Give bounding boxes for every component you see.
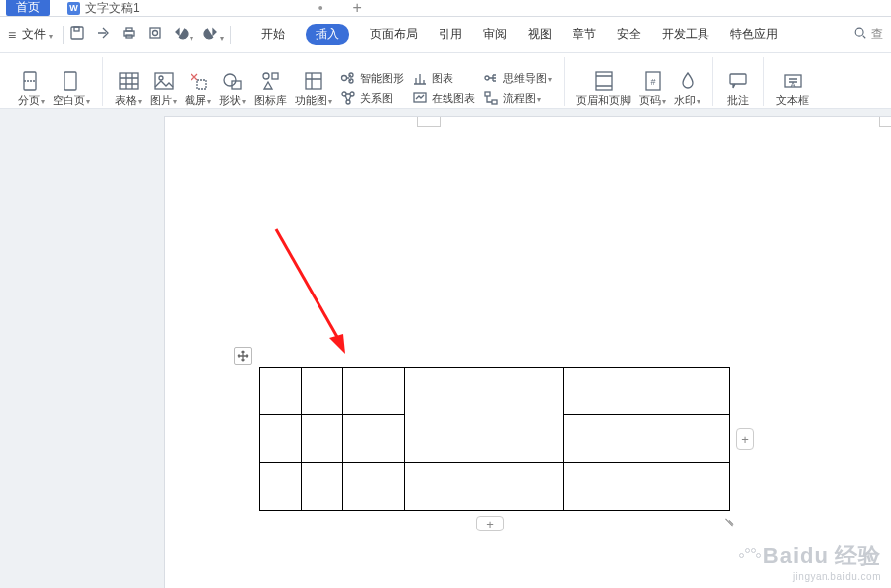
blank-page-label: 空白页 bbox=[53, 95, 90, 106]
save-icon[interactable] bbox=[69, 25, 85, 44]
word-doc-icon: W bbox=[67, 2, 80, 15]
ruler-marker-top[interactable] bbox=[417, 117, 441, 127]
flow-chart-label: 流程图 bbox=[503, 91, 541, 106]
new-tab-button[interactable]: + bbox=[353, 0, 362, 17]
svg-rect-5 bbox=[150, 28, 160, 38]
svg-point-12 bbox=[159, 76, 163, 80]
paw-icon bbox=[739, 548, 759, 564]
relation-chart-button[interactable]: 关系图 bbox=[340, 90, 404, 106]
watermark-button[interactable]: 水印 bbox=[670, 70, 704, 106]
undo-icon[interactable] bbox=[173, 25, 193, 44]
svg-rect-9 bbox=[64, 72, 76, 90]
svg-rect-18 bbox=[306, 73, 321, 89]
print-preview-icon[interactable] bbox=[147, 25, 163, 44]
table-add-column-button[interactable]: + bbox=[736, 428, 754, 450]
ruler-marker-right[interactable] bbox=[879, 117, 891, 127]
tab-document[interactable]: W 文字文稿1 bbox=[67, 0, 140, 17]
text-box-button[interactable]: A 文本框 bbox=[772, 70, 813, 106]
tab-review[interactable]: 审阅 bbox=[483, 26, 507, 43]
tab-reference[interactable]: 引用 bbox=[439, 26, 462, 43]
watermark-label: 水印 bbox=[674, 95, 700, 106]
online-chart-button[interactable]: 在线图表 bbox=[412, 90, 475, 106]
inserted-table[interactable] bbox=[259, 367, 730, 511]
svg-point-16 bbox=[263, 73, 269, 79]
tab-start[interactable]: 开始 bbox=[261, 26, 285, 43]
search-box[interactable]: 查 bbox=[853, 26, 883, 43]
svg-rect-17 bbox=[272, 73, 278, 79]
mind-map-icon bbox=[483, 70, 499, 86]
separator bbox=[230, 26, 231, 44]
quick-access-toolbar bbox=[69, 25, 224, 44]
page-break-button[interactable]: 分页 bbox=[14, 70, 49, 106]
shapes-button[interactable]: 形状 bbox=[215, 70, 250, 106]
table-row[interactable] bbox=[260, 368, 730, 415]
chevron-down-icon bbox=[48, 28, 53, 42]
table-resize-handle[interactable] bbox=[724, 514, 736, 526]
tab-view[interactable]: 视图 bbox=[528, 26, 552, 43]
picture-button[interactable]: 图片 bbox=[146, 70, 181, 106]
ribbon-insert: 分页 空白页 表格 图片 截屏 形状 图标库 功能图 bbox=[0, 52, 891, 109]
tab-page-layout[interactable]: 页面布局 bbox=[370, 26, 418, 43]
icon-library-label: 图标库 bbox=[254, 95, 287, 106]
header-footer-button[interactable]: 页眉和页脚 bbox=[573, 70, 635, 106]
svg-point-7 bbox=[855, 28, 863, 36]
icon-library-button[interactable]: 图标库 bbox=[250, 70, 291, 106]
smart-art-button[interactable]: 智能图形 bbox=[340, 70, 404, 86]
function-chart-button[interactable]: 功能图 bbox=[291, 70, 336, 106]
file-menu-label: 文件 bbox=[22, 26, 46, 43]
print-icon[interactable] bbox=[121, 25, 137, 44]
screenshot-button[interactable]: 截屏 bbox=[181, 70, 215, 106]
page-number-button[interactable]: # 页码 bbox=[635, 70, 670, 106]
svg-point-26 bbox=[485, 76, 489, 80]
separator bbox=[63, 26, 64, 44]
document-page[interactable] bbox=[165, 117, 891, 588]
chart-button[interactable]: 图表 bbox=[412, 70, 475, 86]
svg-rect-28 bbox=[492, 100, 497, 104]
tab-insert[interactable]: 插入 bbox=[306, 24, 349, 45]
page-number-icon: # bbox=[642, 70, 664, 92]
chart-label: 图表 bbox=[432, 71, 453, 86]
picture-label: 图片 bbox=[150, 95, 177, 106]
comment-button[interactable]: 批注 bbox=[721, 70, 755, 106]
svg-rect-10 bbox=[120, 73, 138, 89]
redo-icon[interactable] bbox=[203, 25, 224, 44]
svg-rect-0 bbox=[71, 27, 83, 39]
svg-text:#: # bbox=[650, 77, 655, 87]
table-button[interactable]: 表格 bbox=[111, 70, 146, 106]
table-row[interactable] bbox=[260, 463, 730, 511]
header-footer-label: 页眉和页脚 bbox=[576, 95, 631, 106]
file-menu[interactable]: 文件 bbox=[22, 26, 53, 43]
tab-dev-tools[interactable]: 开发工具 bbox=[662, 26, 709, 43]
tab-document-label: 文字文稿1 bbox=[85, 0, 140, 17]
hamburger-icon[interactable]: ≡ bbox=[8, 27, 16, 43]
smart-art-label: 智能图形 bbox=[360, 71, 404, 86]
smart-art-icon bbox=[340, 70, 356, 86]
svg-rect-1 bbox=[74, 27, 79, 31]
tab-dirty-indicator: • bbox=[318, 0, 323, 16]
screenshot-label: 截屏 bbox=[185, 95, 211, 106]
title-tab-bar: 首页 W 文字文稿1 • + bbox=[0, 0, 891, 16]
screenshot-icon bbox=[188, 70, 209, 92]
svg-rect-13 bbox=[197, 80, 206, 89]
flow-chart-icon bbox=[483, 90, 499, 106]
tab-home[interactable]: 首页 bbox=[6, 0, 50, 16]
flow-chart-button[interactable]: 流程图 bbox=[483, 90, 552, 106]
chart-icon bbox=[412, 70, 428, 86]
shapes-icon bbox=[222, 70, 244, 92]
tab-security[interactable]: 安全 bbox=[617, 26, 641, 43]
table-icon bbox=[118, 70, 140, 92]
function-chart-label: 功能图 bbox=[295, 95, 332, 106]
svg-rect-11 bbox=[155, 73, 173, 89]
tab-special[interactable]: 特色应用 bbox=[730, 26, 778, 43]
icon-library-icon bbox=[260, 70, 282, 92]
relation-icon bbox=[340, 90, 356, 106]
blank-page-button[interactable]: 空白页 bbox=[49, 70, 94, 106]
mind-map-button[interactable]: 思维导图 bbox=[483, 70, 552, 86]
svg-point-14 bbox=[224, 74, 236, 86]
svg-rect-27 bbox=[485, 92, 490, 96]
tab-section[interactable]: 章节 bbox=[573, 26, 596, 43]
table-move-handle[interactable] bbox=[234, 347, 252, 365]
table-add-row-button[interactable]: + bbox=[476, 516, 504, 531]
share-icon[interactable] bbox=[95, 25, 111, 44]
document-canvas: + + Baidu 经验 jingyan.baidu.com bbox=[0, 109, 891, 588]
